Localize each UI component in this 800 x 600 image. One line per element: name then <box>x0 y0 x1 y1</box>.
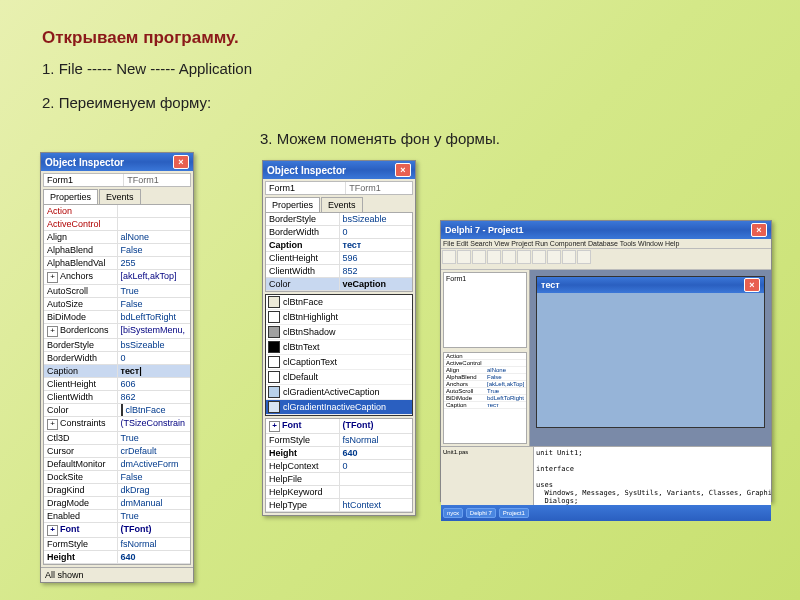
property-row[interactable]: DefaultMonitordmActiveForm <box>44 458 190 471</box>
property-row[interactable]: Ctl3DTrue <box>44 432 190 445</box>
property-row[interactable]: ColorclBtnFace <box>44 404 190 417</box>
property-row[interactable]: Captionтест <box>444 402 526 409</box>
titlebar[interactable]: Object Inspector × <box>263 161 415 179</box>
titlebar[interactable]: Object Inspector × <box>41 153 193 171</box>
code-editor[interactable]: unit Unit1; interface uses Windows, Mess… <box>534 447 771 505</box>
toolbar-button[interactable] <box>577 250 591 264</box>
property-row[interactable]: +BorderIcons[biSystemMenu, <box>44 324 190 339</box>
property-row[interactable]: AlphaBlendFalse <box>44 244 190 257</box>
toolbar-button[interactable] <box>517 250 531 264</box>
property-value[interactable]: (TSizeConstrain <box>118 417 191 431</box>
property-row[interactable]: EnabledTrue <box>44 510 190 523</box>
property-row[interactable]: AutoScrollTrue <box>444 388 526 395</box>
property-row[interactable]: +Anchors[akLeft,akTop] <box>44 270 190 285</box>
property-row[interactable]: FormStylefsNormal <box>44 538 190 551</box>
property-row[interactable]: Captionтест <box>266 239 412 252</box>
color-option[interactable]: clBtnFace <box>266 295 412 310</box>
color-option[interactable]: clGradientInactiveCaption <box>266 400 412 415</box>
tab-properties[interactable]: Properties <box>265 197 320 212</box>
property-value[interactable]: 0 <box>118 352 191 364</box>
property-row[interactable]: DockSiteFalse <box>44 471 190 484</box>
property-value[interactable]: [akLeft,akTop] <box>485 381 526 387</box>
close-icon[interactable]: × <box>751 223 767 237</box>
property-row[interactable]: ClientHeight606 <box>44 378 190 391</box>
property-row[interactable]: +Constraints(TSizeConstrain <box>44 417 190 432</box>
taskbar-item[interactable]: Delphi 7 <box>466 508 496 518</box>
property-row[interactable]: CursorcrDefault <box>44 445 190 458</box>
property-grid[interactable]: ActionActiveControlAlignalNoneAlphaBlend… <box>43 204 191 565</box>
property-row[interactable]: AutoSizeFalse <box>44 298 190 311</box>
property-value[interactable]: htContext <box>340 499 413 511</box>
property-value[interactable]: [biSystemMenu, <box>118 324 191 338</box>
property-row[interactable]: FormStylefsNormal <box>266 434 412 447</box>
color-option[interactable]: clBtnText <box>266 340 412 355</box>
close-icon[interactable]: × <box>744 278 760 292</box>
property-value[interactable]: 862 <box>118 391 191 403</box>
property-value[interactable]: True <box>118 432 191 444</box>
property-value[interactable]: (TFont) <box>340 419 413 433</box>
close-icon[interactable]: × <box>173 155 189 169</box>
property-row[interactable]: BorderStylebsSizeable <box>266 213 412 226</box>
property-value[interactable] <box>485 360 526 366</box>
property-value[interactable]: clBtnFace <box>118 404 191 416</box>
property-value[interactable]: bsSizeable <box>118 339 191 351</box>
property-value[interactable]: 0 <box>340 226 413 238</box>
property-row[interactable]: ColorveCaption <box>266 278 412 291</box>
object-tree[interactable]: Form1 <box>443 272 527 348</box>
property-row[interactable]: +Font(TFont) <box>44 523 190 538</box>
property-row[interactable]: HelpFile <box>266 473 412 486</box>
property-value[interactable]: 852 <box>340 265 413 277</box>
toolbar-button[interactable] <box>472 250 486 264</box>
expand-icon[interactable]: + <box>47 419 58 430</box>
toolbar-button[interactable] <box>532 250 546 264</box>
property-row[interactable]: HelpKeyword <box>266 486 412 499</box>
property-value[interactable]: False <box>118 244 191 256</box>
color-dropdown[interactable]: clBtnFaceclBtnHighlightclBtnShadowclBtnT… <box>265 294 413 416</box>
property-value[interactable]: 606 <box>118 378 191 390</box>
property-value[interactable]: bsSizeable <box>340 213 413 225</box>
expand-icon[interactable]: + <box>269 421 280 432</box>
property-value[interactable]: тест <box>485 402 526 408</box>
form-titlebar[interactable]: тест × <box>537 277 764 293</box>
property-value[interactable]: 255 <box>118 257 191 269</box>
property-row[interactable]: ClientHeight596 <box>266 252 412 265</box>
property-value[interactable]: True <box>118 285 191 297</box>
close-icon[interactable]: × <box>395 163 411 177</box>
property-value[interactable]: 0 <box>340 460 413 472</box>
toolbar-button[interactable] <box>457 250 471 264</box>
property-row[interactable]: ActiveControl <box>44 218 190 231</box>
property-value[interactable]: crDefault <box>118 445 191 457</box>
property-row[interactable]: ClientWidth852 <box>266 265 412 278</box>
property-value[interactable]: veCaption <box>340 278 413 290</box>
object-combobox[interactable]: Form1 TForm1 <box>265 181 413 195</box>
property-row[interactable]: AlphaBlendFalse <box>444 374 526 381</box>
design-form[interactable]: тест × <box>536 276 765 428</box>
property-value[interactable]: fsNormal <box>340 434 413 446</box>
property-value[interactable]: (TFont) <box>118 523 191 537</box>
property-row[interactable]: +Font(TFont) <box>266 419 412 434</box>
taskbar-item[interactable]: Project1 <box>499 508 529 518</box>
property-row[interactable]: BiDiModebdLeftToRight <box>44 311 190 324</box>
property-row[interactable]: Action <box>444 353 526 360</box>
taskbar[interactable]: пуск Delphi 7 Project1 <box>441 505 771 521</box>
property-row[interactable]: Captionтест| <box>44 365 190 378</box>
property-value[interactable]: dmActiveForm <box>118 458 191 470</box>
property-row[interactable]: BiDiModebdLeftToRight <box>444 395 526 402</box>
property-value[interactable]: dmManual <box>118 497 191 509</box>
property-row[interactable]: AlignalNone <box>444 367 526 374</box>
property-value[interactable]: 640 <box>118 551 191 563</box>
property-value[interactable]: alNone <box>485 367 526 373</box>
property-value[interactable]: False <box>118 471 191 483</box>
property-value[interactable]: тест <box>340 239 413 251</box>
ide-toolbar[interactable] <box>441 249 771 270</box>
property-value[interactable]: bdLeftToRight <box>485 395 526 401</box>
property-row[interactable]: ClientWidth862 <box>44 391 190 404</box>
toolbar-button[interactable] <box>442 250 456 264</box>
tab-properties[interactable]: Properties <box>43 189 98 204</box>
property-row[interactable]: ActiveControl <box>444 360 526 367</box>
property-value[interactable] <box>340 486 413 498</box>
property-row[interactable]: AlphaBlendVal255 <box>44 257 190 270</box>
toolbar-button[interactable] <box>562 250 576 264</box>
start-button[interactable]: пуск <box>443 508 463 518</box>
property-value[interactable] <box>118 218 191 230</box>
